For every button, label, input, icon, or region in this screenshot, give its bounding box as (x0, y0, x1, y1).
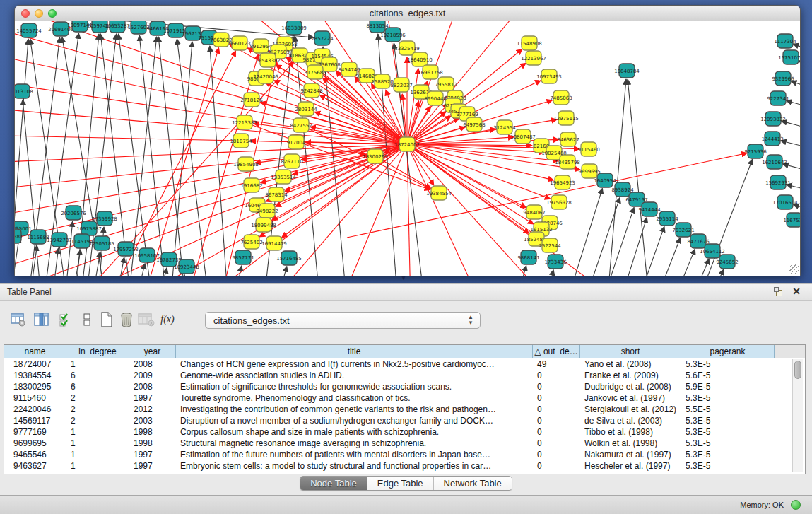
network-window-titlebar[interactable]: citations_edges.txt (15, 6, 800, 21)
graph-edge[interactable] (793, 204, 800, 213)
graph-edge[interactable] (23, 100, 42, 276)
table-cell[interactable]: Stergiakouli et al. (2012) (580, 404, 681, 415)
graph-edge[interactable] (584, 197, 620, 276)
table-cell[interactable]: 22420046 (4, 404, 66, 415)
table-cell[interactable]: 9115460 (4, 392, 66, 404)
graph-edge[interactable] (319, 95, 407, 144)
table-cell[interactable]: 9699695 (4, 438, 66, 449)
table-cell[interactable]: 9777169 (4, 426, 66, 438)
table-cell[interactable]: 9463627 (4, 460, 66, 472)
table-cell[interactable]: Disruption of a novel member of a sodium… (176, 415, 533, 426)
vertical-scrollbar[interactable] (792, 359, 803, 472)
graph-edge[interactable] (276, 267, 287, 276)
resize-grip[interactable] (789, 264, 799, 274)
graph-edge[interactable] (91, 252, 100, 276)
graph-edge[interactable] (142, 47, 219, 276)
table-cell[interactable]: 0 (533, 392, 580, 404)
column-header-title[interactable]: title (176, 345, 533, 358)
table-row[interactable]: 946362711997Embryonic stem cells: a mode… (4, 460, 805, 472)
table-cell[interactable]: Structural magnetic resonance image aver… (176, 438, 533, 449)
table-cell[interactable]: Embryonic stem cells: a model to study s… (176, 460, 533, 472)
table-cell[interactable]: 1 (66, 449, 129, 460)
float-panel-icon[interactable] (774, 287, 784, 297)
column-selector-icon[interactable] (33, 310, 51, 329)
tab-network-table[interactable]: Network Table (434, 477, 512, 490)
table-cell[interactable]: Estimation of significance thresholds fo… (176, 381, 533, 392)
table-cell[interactable]: Yano et al. (2008) (580, 358, 681, 370)
table-cell[interactable]: 0 (533, 460, 580, 472)
table-cell[interactable]: 6 (66, 370, 129, 381)
delete-rows-trash-icon[interactable] (117, 310, 136, 329)
table-row[interactable]: 2242004622012Investigating the contribut… (4, 404, 805, 415)
graph-edge[interactable] (372, 83, 407, 144)
table-cell[interactable]: Nakamura et al. (1997) (580, 449, 681, 460)
table-cell[interactable]: 5.5E-5 (681, 404, 775, 415)
network-canvas[interactable]: 1872400714055724206914061909714120597419… (15, 21, 800, 276)
table-cell[interactable]: Wolkin et al. (1998) (580, 438, 681, 449)
table-cell[interactable]: 0 (533, 426, 580, 438)
table-cell[interactable]: 18724007 (4, 358, 66, 370)
graph-edge[interactable] (545, 270, 553, 276)
table-cell[interactable]: Tibbo et al. (1998) (580, 426, 681, 438)
table-cell[interactable]: 18300295 (4, 381, 66, 392)
table-cell[interactable]: Franke et al. (2009) (580, 370, 681, 381)
table-selector-dropdown[interactable]: citations_edges.txt ▲▼ (205, 312, 481, 329)
graph-edge[interactable] (407, 144, 542, 218)
scrollbar-thumb[interactable] (794, 361, 801, 379)
graph-edge[interactable] (672, 249, 695, 276)
table-cell[interactable]: Tourette syndrome. Phenomenology and cla… (176, 392, 533, 404)
table-row[interactable]: 946554611997Estimation of the future num… (4, 449, 805, 460)
graph-edge[interactable] (791, 81, 800, 91)
table-cell[interactable]: 14569117 (4, 415, 66, 426)
column-header-in_degree[interactable]: in_degree (66, 345, 129, 358)
table-cell[interactable]: 1 (66, 460, 129, 472)
table-cell[interactable]: 0 (533, 370, 580, 381)
graph-edge[interactable] (782, 121, 800, 132)
tab-edge-table[interactable]: Edge Table (367, 477, 434, 490)
table-cell[interactable]: 19384554 (4, 370, 66, 381)
table-cell[interactable]: 1 (66, 426, 129, 438)
table-cell[interactable]: 2009 (129, 370, 176, 381)
new-table-icon[interactable] (98, 310, 116, 329)
table-cell[interactable]: 0 (533, 415, 580, 426)
table-row[interactable]: 977716911998Corpus callosum shape and si… (4, 426, 805, 438)
table-cell[interactable]: 1997 (129, 392, 176, 404)
table-cell[interactable]: 1998 (129, 426, 176, 438)
table-cell[interactable]: 5.3E-5 (681, 460, 775, 472)
table-cell[interactable]: 1997 (129, 449, 176, 460)
table-cell[interactable]: 5.3E-5 (681, 426, 775, 438)
table-cell[interactable]: 0 (533, 449, 580, 460)
table-cell[interactable]: 9465546 (4, 449, 66, 460)
table-row[interactable]: 1938455462009Genome-wide association stu… (4, 370, 805, 381)
table-cell[interactable]: 5.3E-5 (681, 392, 775, 404)
graph-edge[interactable] (787, 100, 800, 110)
table-settings-icon[interactable] (9, 310, 28, 329)
table-cell[interactable]: 1 (66, 438, 129, 449)
table-row[interactable]: 1830029562008Estimation of significance … (4, 381, 805, 392)
graph-edge[interactable] (15, 107, 407, 144)
table-row[interactable]: 911546021997Tourette syndrome. Phenomeno… (4, 392, 805, 404)
graph-edge[interactable] (601, 207, 634, 276)
column-header-name[interactable]: name (4, 345, 66, 358)
table-cell[interactable]: 2008 (129, 381, 176, 392)
table-cell[interactable]: 1997 (129, 460, 176, 472)
graph-edge[interactable] (119, 34, 153, 276)
table-cell[interactable]: 2012 (129, 404, 176, 415)
table-cell[interactable]: 0 (533, 381, 580, 392)
close-panel-icon[interactable]: ✕ (792, 286, 801, 297)
table-cell[interactable]: Corpus callosum shape and size in male p… (176, 426, 533, 438)
column-header-year[interactable]: year (129, 345, 176, 358)
row-selector-icon[interactable] (57, 310, 75, 329)
table-cell[interactable]: 5.6E-5 (681, 370, 775, 381)
table-cell[interactable]: 2003 (129, 415, 176, 426)
table-cell[interactable]: 5.3E-5 (681, 449, 775, 460)
column-header-out_de[interactable]: △ out_de… (533, 345, 580, 358)
table-cell[interactable]: 2 (66, 392, 129, 404)
graph-edge[interactable] (783, 164, 800, 174)
table-cell[interactable]: Genome-wide association studies in ADHD. (176, 370, 533, 381)
table-cell[interactable]: Changes of HCN gene expression and I(f) … (176, 358, 533, 370)
table-cell[interactable]: 1998 (129, 438, 176, 449)
table-cell[interactable]: de Silva et al. (2003) (580, 415, 681, 426)
table-cell[interactable]: 2 (66, 404, 129, 415)
table-cell[interactable]: Estimation of the future numbers of pati… (176, 449, 533, 460)
